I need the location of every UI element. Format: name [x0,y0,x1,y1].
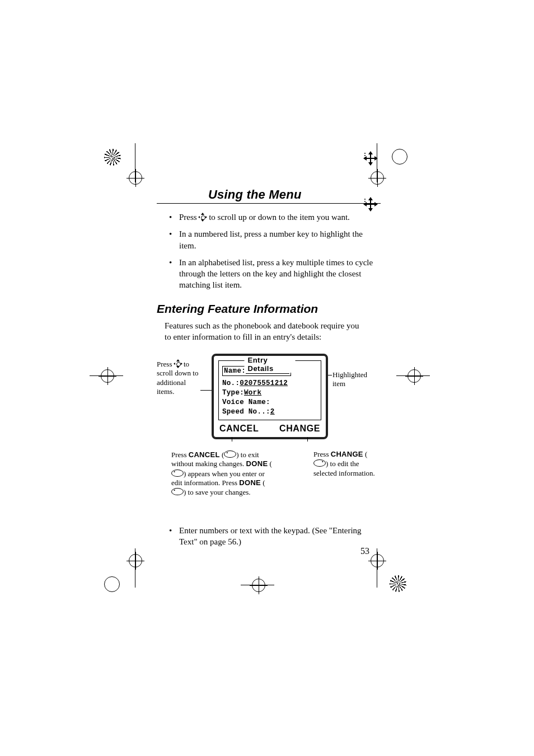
bullet-item: In an alphabetised list, press a key mul… [179,257,381,291]
entry-details-box: Entry Details Name:John Smith No.:020755… [218,360,321,420]
field-voice-name: Voice Name: [222,398,317,406]
field-type: Type:Work [222,389,317,397]
callout-text: DONE [239,478,261,487]
field-value: 2 [270,408,275,416]
callout-text: ( [261,478,265,487]
bullet-item: In a numbered list, press a number key t… [179,228,381,251]
field-value: 02075551212 [240,379,288,387]
callout-text: Press [313,450,331,458]
crop-mark [381,554,407,581]
field-label: Type: [222,389,244,397]
callout-text: ( [268,459,272,468]
svg-point-0 [364,153,366,154]
softkey-cancel: CANCEL [219,424,259,434]
right-softkey-icon [313,459,326,467]
callout-text: ( [220,450,224,459]
crop-mark [95,364,122,391]
page-header: Using the Menu [157,187,381,204]
field-value: Work [244,389,261,397]
left-softkey-icon [224,450,236,458]
callout-text: DONE [246,459,268,468]
arrow-cross-icon [362,150,380,168]
field-speed-no: Speed No..:2 [222,408,317,416]
left-softkey-icon [171,488,184,495]
callout-scroll-down: Press to scroll down to additional items… [157,360,200,396]
crop-mark [104,149,131,176]
entry-details-legend: Entry Details [245,356,296,373]
callout-text: ( [363,450,368,458]
page-title: Using the Menu [208,187,302,202]
crop-mark [381,149,407,176]
svg-point-2 [364,157,366,158]
bullet-item: Enter numbers or text with the keypad. (… [179,525,381,548]
nav-key-icon [199,213,207,221]
callout-change: Press CHANGE () to edit the selected inf… [313,450,375,478]
crop-mark [246,573,273,600]
entry-details-diagram: Press to scroll down to additional items… [157,354,381,516]
phone-screen: Entry Details Name:John Smith No.:020755… [212,354,328,439]
section-intro: Features such as the phonebook and dateb… [165,320,366,343]
callout-text: Press [171,450,189,459]
field-label: No.: [222,379,240,387]
field-label: Speed No..: [222,408,270,416]
section-heading: Entering Feature Information [157,302,381,316]
svg-point-1 [364,155,366,156]
nav-key-icon [174,360,182,368]
callout-highlighted: Highlighted item [332,370,377,389]
left-softkey-icon [171,469,184,477]
page-number: 53 [157,546,369,556]
softkey-row: CANCEL CHANGE [214,421,326,437]
bullet-item: Press to scroll up or down to the item y… [179,212,381,223]
connector-line [307,437,308,442]
connector-line [200,390,212,391]
callout-cancel-done: Press CANCEL () to exit without making c… [171,450,272,497]
connector-line [232,437,232,442]
crop-mark [104,554,131,581]
field-number: No.:02075551212 [222,379,317,387]
closing-bullets: Enter numbers or text with the keypad. (… [157,525,381,548]
intro-bullets: Press to scroll up or down to the item y… [157,212,381,291]
crop-mark [402,364,429,391]
callout-text: CHANGE [331,450,363,458]
callout-text: CANCEL [189,450,220,459]
softkey-change: CHANGE [279,424,320,434]
page-content: Using the Menu Press to scroll up or dow… [157,187,381,558]
field-label: Name: [224,367,246,375]
callout-text: ) to save your changes. [184,488,251,496]
callout-text: Press [157,360,172,368]
field-label: Voice Name: [222,398,270,406]
